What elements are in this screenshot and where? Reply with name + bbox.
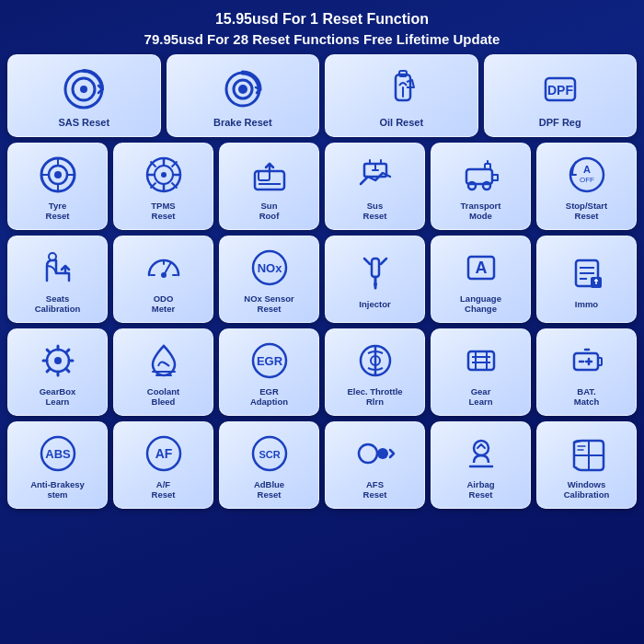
elec-throttle-label: Elec. ThrottleRlrn (347, 386, 402, 408)
injector-icon (353, 251, 397, 295)
header: 15.95usd For 1 Reset Function 79.95usd F… (135, 0, 510, 54)
card-injector[interactable]: Injector (325, 236, 425, 323)
svg-text:A: A (475, 259, 487, 277)
gear-learn-label: GearLearn (469, 386, 493, 408)
card-gearbox-learn[interactable]: GearBoxLearn (7, 328, 108, 416)
seats-icon (36, 246, 80, 290)
svg-point-85 (474, 441, 489, 455)
card-elec-throttle[interactable]: Elec. ThrottleRlrn (325, 328, 425, 416)
card-coolant-bleed[interactable]: CoolantBleed (113, 328, 213, 416)
bat-icon (565, 339, 609, 383)
svg-text:DPF: DPF (547, 83, 573, 98)
svg-point-12 (54, 171, 62, 178)
af-reset-label: A/FReset (152, 479, 176, 500)
adblue-reset-label: AdBlueReset (254, 479, 284, 500)
svg-text:SCR: SCR (259, 449, 280, 460)
coolant-bleed-label: CoolantBleed (147, 386, 179, 408)
card-airbag-reset[interactable]: AirbagReset (431, 421, 531, 509)
svg-line-42 (164, 262, 171, 275)
svg-rect-29 (259, 171, 270, 180)
odo-meter-label: ODOMeter (152, 293, 175, 315)
card-windows-calibration[interactable]: WindowsCalibration (536, 421, 637, 509)
svg-rect-66 (468, 351, 494, 370)
card-language-change[interactable]: A LanguageChange (431, 236, 531, 323)
card-af-reset[interactable]: AF A/FReset (113, 421, 213, 509)
card-afs-reset[interactable]: AFSReset (325, 421, 425, 509)
gearbox-learn-label: GearBoxLearn (40, 386, 76, 408)
dpf-icon: DPF (536, 65, 584, 113)
svg-text:OFF: OFF (580, 176, 594, 184)
tyre-icon (36, 153, 80, 197)
main-grid: TyreReset TPMSReset (0, 143, 644, 516)
sas-icon (60, 65, 108, 113)
card-sun-roof[interactable]: SunRoof (219, 143, 319, 230)
header-line1: 15.95usd For 1 Reset Function (144, 9, 500, 29)
svg-point-5 (238, 85, 247, 94)
card-egr-adaption[interactable]: EGR EGRAdaption (219, 328, 319, 416)
svg-point-2 (80, 86, 87, 93)
tpms-reset-label: TPMSReset (151, 201, 175, 222)
card-tyre-reset[interactable]: TyreReset (7, 143, 108, 230)
afs-reset-label: AFSReset (363, 479, 387, 500)
sun-roof-label: SunRoof (259, 201, 280, 222)
sus-reset-label: SusReset (363, 201, 387, 222)
immo-icon (565, 251, 609, 295)
card-bat-match[interactable]: BAT.Match (536, 328, 637, 416)
seats-calibration-label: SeatsCalibration (35, 293, 81, 315)
card-nox-sensor-reset[interactable]: NOx NOx SensorReset (219, 236, 319, 323)
sas-reset-label: SAS Reset (58, 117, 109, 129)
coolant-icon (142, 339, 186, 383)
nox-sensor-reset-label: NOx SensorReset (244, 293, 293, 315)
airbag-reset-label: AirbagReset (466, 479, 494, 500)
af-icon: AF (142, 431, 186, 476)
card-gear-learn[interactable]: GearLearn (431, 328, 531, 416)
bat-match-label: BAT.Match (574, 386, 599, 408)
injector-label: Injector (359, 299, 390, 309)
card-adblue-reset[interactable]: SCR AdBlueReset (219, 421, 319, 509)
transport-icon (459, 153, 503, 197)
svg-text:EGR: EGR (256, 354, 282, 368)
sus-icon (353, 153, 397, 197)
card-seats-calibration[interactable]: SeatsCalibration (7, 236, 108, 323)
language-change-label: LanguageChange (460, 293, 501, 315)
brake-reset-label: Brake Reset (213, 117, 272, 129)
card-oil-reset[interactable]: Oil Reset (325, 54, 478, 137)
sunroof-icon (247, 153, 292, 197)
card-odo-meter[interactable]: ODOMeter (113, 236, 213, 323)
windows-calibration-label: WindowsCalibration (564, 479, 610, 500)
svg-text:A: A (583, 164, 591, 175)
tpms-icon (142, 153, 186, 197)
svg-point-84 (377, 448, 388, 459)
card-brake-reset[interactable]: Brake Reset (167, 54, 320, 137)
card-immo[interactable]: Immo (536, 236, 637, 323)
egr-icon: EGR (247, 339, 292, 383)
abs-icon: ABS (36, 431, 80, 476)
svg-rect-72 (598, 358, 602, 365)
card-stop-start-reset[interactable]: A OFF Stop/StartReset (536, 143, 637, 230)
dpf-reg-label: DPF Reg (539, 117, 581, 129)
svg-point-83 (359, 444, 377, 463)
svg-point-34 (483, 182, 490, 190)
gearbox-icon (36, 339, 80, 383)
card-transport-mode[interactable]: TransportMode (431, 143, 531, 230)
svg-point-49 (374, 282, 377, 286)
throttle-icon (353, 339, 397, 383)
header-line2: 79.95usd For 28 Reset Functions Free Lif… (144, 29, 500, 49)
card-anti-brake[interactable]: ABS Anti-Brakesystem (7, 421, 108, 509)
language-icon: A (459, 246, 503, 290)
gearlearn-icon (459, 339, 503, 383)
svg-point-33 (468, 182, 476, 190)
oil-icon (377, 65, 425, 113)
svg-rect-48 (372, 259, 379, 277)
svg-text:AF: AF (155, 446, 172, 461)
tyre-reset-label: TyreReset (46, 201, 70, 222)
adblue-icon: SCR (247, 431, 292, 476)
card-sus-reset[interactable]: SusReset (325, 143, 425, 230)
card-dpf-reg[interactable]: DPF DPF Reg (484, 54, 638, 137)
svg-point-19 (161, 172, 167, 178)
stopstart-icon: A OFF (565, 153, 609, 197)
afs-icon (353, 431, 397, 476)
card-sas-reset[interactable]: SAS Reset (7, 54, 161, 137)
row1-grid: SAS Reset Brake Reset Oil Reset (0, 54, 644, 137)
card-tpms-reset[interactable]: TPMSReset (113, 143, 213, 230)
